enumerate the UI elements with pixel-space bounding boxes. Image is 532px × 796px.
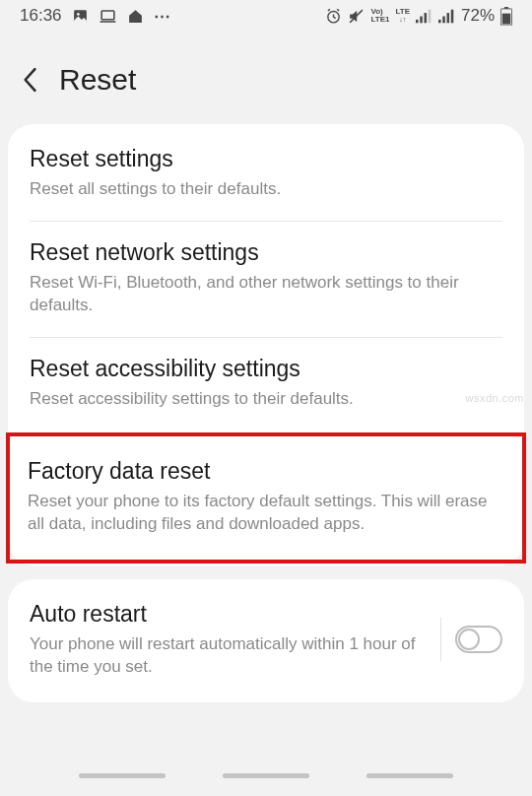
more-icon: ⋯ [154, 6, 172, 27]
laptop-icon [99, 8, 117, 25]
separator [440, 618, 441, 661]
reset-accessibility-item[interactable]: Reset accessibility settings Reset acces… [8, 338, 524, 431]
svg-rect-8 [429, 9, 432, 23]
home-icon [127, 8, 144, 25]
battery-icon [500, 7, 512, 26]
image-icon [72, 8, 89, 25]
item-title: Reset settings [30, 146, 502, 172]
status-right: Vo) LTE1 LTE ↓↑ 72% [325, 6, 512, 26]
svg-rect-6 [420, 16, 423, 23]
svg-rect-5 [416, 19, 419, 22]
battery-pct: 72% [461, 6, 495, 26]
auto-restart-item[interactable]: Auto restart Your phone will restart aut… [8, 583, 524, 698]
mute-icon [348, 8, 365, 25]
item-title: Reset accessibility settings [30, 356, 502, 382]
item-title: Auto restart [30, 601, 427, 628]
svg-rect-9 [438, 19, 441, 22]
svg-point-1 [77, 12, 80, 15]
item-desc: Reset accessibility settings to their de… [30, 388, 502, 411]
reset-network-item[interactable]: Reset network settings Reset Wi-Fi, Blue… [8, 222, 524, 337]
volte-icon: Vo) LTE1 [370, 8, 389, 24]
svg-rect-11 [446, 13, 449, 23]
signal-icon-2 [438, 9, 455, 24]
status-bar: 16:36 ⋯ Vo) LTE1 LTE ↓↑ [0, 0, 532, 32]
item-desc: Your phone will restart automatically wi… [30, 633, 427, 679]
page-title: Reset [59, 63, 136, 97]
svg-rect-12 [451, 9, 454, 23]
auto-restart-card: Auto restart Your phone will restart aut… [8, 579, 524, 702]
page-header: Reset [0, 32, 532, 124]
nav-home[interactable] [223, 773, 309, 778]
reset-settings-item[interactable]: Reset settings Reset all settings to the… [8, 128, 524, 221]
svg-rect-7 [424, 13, 427, 23]
signal-icon [416, 9, 432, 24]
auto-restart-toggle[interactable] [455, 626, 502, 653]
svg-rect-15 [502, 13, 511, 24]
factory-data-reset-item[interactable]: Factory data reset Reset your phone to i… [6, 432, 526, 564]
nav-back[interactable] [366, 773, 453, 778]
nav-bar [0, 773, 532, 778]
clock: 16:36 [20, 6, 62, 26]
nav-recents[interactable] [79, 773, 166, 778]
reset-card: Reset settings Reset all settings to the… [8, 124, 524, 565]
alarm-icon [325, 8, 342, 25]
item-desc: Reset your phone to its factory default … [28, 491, 504, 536]
network-label: LTE ↓↑ [395, 8, 410, 24]
item-title: Reset network settings [30, 239, 502, 266]
back-icon[interactable] [22, 66, 41, 94]
item-desc: Reset all settings to their defaults. [30, 178, 502, 201]
status-left: 16:36 ⋯ [20, 6, 172, 27]
svg-rect-10 [442, 16, 445, 23]
item-desc: Reset Wi-Fi, Bluetooth, and other networ… [30, 272, 502, 317]
svg-rect-2 [101, 10, 114, 19]
watermark: wsxdn.com [465, 392, 524, 404]
item-title: Factory data reset [28, 458, 504, 485]
